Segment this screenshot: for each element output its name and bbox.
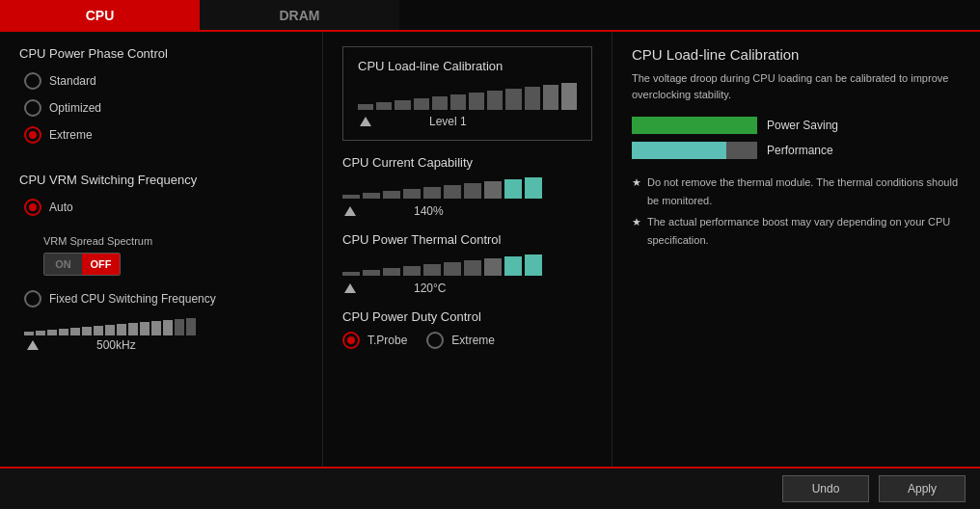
mid-panel: CPU Load-line Calibration (323, 32, 612, 467)
bar-gray-end (726, 142, 758, 159)
freq-slider[interactable]: 500kHz (19, 317, 303, 352)
cb-5 (432, 96, 448, 110)
phase-control-title: CPU Power Phase Control (19, 46, 303, 61)
tab-dram[interactable]: DRAM (200, 0, 399, 30)
th-2 (363, 270, 380, 276)
spread-spectrum-container: VRM Spread Spectrum ON OFF (43, 235, 303, 276)
current-thumb-row: 140% (342, 204, 592, 218)
left-panel: CPU Power Phase Control Standard Optimiz… (0, 32, 323, 467)
bar-green-fill (632, 117, 757, 134)
undo-button[interactable]: Undo (782, 475, 869, 502)
radio-circle-standard (24, 72, 41, 90)
right-panel: CPU Load-line Calibration The voltage dr… (612, 32, 980, 467)
thermal-thumb (344, 283, 356, 293)
curr-1 (342, 195, 360, 199)
duty-tprobe[interactable]: T.Probe (342, 332, 407, 349)
th-4 (403, 266, 421, 276)
curr-8 (484, 181, 502, 199)
phase-option-optimized[interactable]: Optimized (24, 99, 303, 117)
phase-option-extreme[interactable]: Extreme (24, 126, 303, 144)
phase-option-standard[interactable]: Standard (24, 72, 303, 90)
main-content: CPU Power Phase Control Standard Optimiz… (0, 32, 980, 467)
note-1: ★ Do not remove the thermal module. The … (632, 174, 961, 209)
duty-radio-extreme (426, 332, 444, 349)
cb-9 (505, 89, 521, 110)
current-staircase (342, 177, 542, 199)
freq-thumb (27, 340, 39, 350)
curr-6 (444, 185, 461, 199)
th-1 (342, 272, 360, 276)
toggle-on[interactable]: ON (44, 254, 82, 275)
cb-4 (414, 98, 429, 110)
notes: ★ Do not remove the thermal module. The … (632, 174, 961, 250)
current-value: 140% (414, 204, 444, 218)
thermal-slider-row (342, 254, 592, 280)
th-3 (383, 268, 400, 276)
stair-5 (70, 328, 80, 335)
tab-cpu[interactable]: CPU (0, 0, 200, 30)
thermal-value: 120°C (414, 281, 447, 295)
cb-3 (395, 100, 410, 110)
curr-7 (464, 183, 481, 199)
spread-label: VRM Spread Spectrum (43, 235, 303, 247)
duty-section: CPU Power Duty Control T.Probe Extreme (342, 309, 592, 349)
stair-11 (140, 322, 150, 335)
bar-green-label: Power Saving (767, 119, 838, 132)
loadline-thumb-row: Level 1 (358, 115, 577, 128)
stair-12 (151, 321, 161, 335)
current-section: CPU Current Capability 140% (342, 155, 592, 218)
bar-cyan-label: Performance (767, 144, 833, 157)
freq-value: 500kHz (96, 338, 136, 352)
current-thumb (344, 206, 356, 216)
stair-13 (163, 320, 173, 335)
curr-3 (383, 191, 400, 199)
vrm-title: CPU VRM Switching Frequency (19, 173, 303, 187)
note-1-text: Do not remove the thermal module. The th… (647, 174, 961, 209)
footer: Undo Apply (0, 467, 980, 509)
curr-9 (504, 179, 522, 199)
cb-8 (487, 91, 503, 110)
calib-bars (358, 83, 577, 110)
spread-toggle[interactable]: ON OFF (43, 253, 121, 276)
stair-6 (82, 327, 92, 335)
curr-5 (423, 187, 441, 199)
apply-button[interactable]: Apply (879, 475, 966, 502)
vrm-auto-option[interactable]: Auto (24, 199, 303, 216)
stair-7 (94, 326, 103, 335)
cb-12 (561, 83, 577, 110)
cb-10 (525, 87, 540, 110)
th-6 (444, 262, 461, 276)
duty-radio-group: T.Probe Extreme (342, 332, 592, 349)
duty-extreme[interactable]: Extreme (426, 332, 495, 349)
cb-7 (469, 93, 484, 110)
note-2: ★ The actual performance boost may vary … (632, 213, 961, 249)
stair-15 (186, 318, 196, 335)
freq-slider-track (24, 317, 303, 336)
toggle-off[interactable]: OFF (82, 254, 120, 275)
freq-staircase (24, 318, 196, 335)
current-slider-row (342, 177, 592, 202)
loadline-title: CPU Load-line Calibration (358, 59, 577, 73)
tab-bar: CPU DRAM (0, 0, 980, 32)
star-2: ★ (632, 213, 641, 249)
bar-green-inner (632, 117, 757, 134)
bar-legend: Power Saving Performance (632, 117, 961, 159)
th-5 (423, 264, 441, 276)
loadline-staircase (358, 83, 577, 110)
thermal-title: CPU Power Thermal Control (342, 232, 592, 247)
vrm-radio-group: Auto (24, 199, 303, 216)
right-title: CPU Load-line Calibration (632, 46, 961, 63)
phase-radio-group: Standard Optimized Extreme (24, 72, 303, 144)
current-title: CPU Current Capability (342, 155, 592, 170)
thermal-thumb-row: 120°C (342, 281, 592, 295)
loadline-thumb (360, 117, 371, 126)
fixed-freq-option[interactable]: Fixed CPU Switching Frequency (24, 290, 303, 308)
duty-radio-tprobe (342, 332, 360, 349)
cb-2 (376, 102, 392, 110)
loadline-level: Level 1 (429, 115, 467, 128)
stair-3 (47, 330, 57, 335)
stair-9 (117, 324, 126, 335)
vrm-section: CPU VRM Switching Frequency Auto VRM Spr… (19, 173, 303, 352)
bar-row-green: Power Saving (632, 117, 961, 134)
curr-10 (525, 177, 542, 199)
